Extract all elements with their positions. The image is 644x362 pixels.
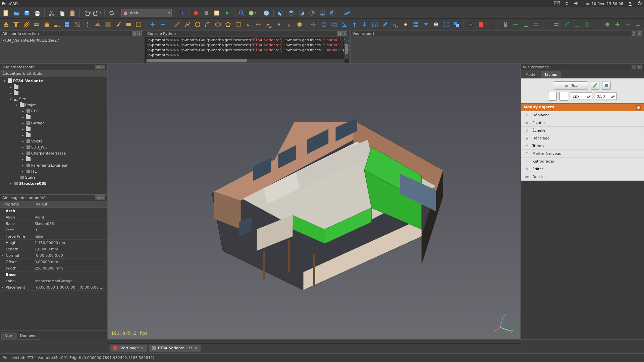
expand-icon[interactable]: ▾	[2, 79, 7, 83]
draft-bspline-button[interactable]	[264, 20, 273, 29]
modify-rétrograder[interactable]: ↓Rétrograder	[521, 158, 644, 165]
draft-circle-button[interactable]	[193, 20, 202, 29]
draft-offset-button[interactable]	[330, 20, 339, 29]
property-row[interactable]: Arch	[0, 208, 107, 214]
panel-close-button[interactable]: ×	[637, 31, 642, 36]
workingplane-top-button[interactable]: Top	[554, 81, 588, 89]
tree-item[interactable]: ▸ITE	[0, 168, 107, 174]
tree-view[interactable]: ▾PT34_Variante▸▸▾Site▾Projet▸RDC▸▸Garage…	[0, 77, 107, 194]
collapse-icon[interactable]: ▣	[636, 105, 641, 110]
panel-float-button[interactable]: □	[337, 31, 342, 36]
property-value[interactable]: 1,00000 mm	[34, 247, 107, 251]
modify-déplacer[interactable]: ↔Déplacer	[521, 111, 644, 119]
tree-item[interactable]: ▸RDC	[0, 108, 107, 114]
properties-view[interactable]: ArchAlignRightBaseSketch083Face0Force Wi…	[0, 208, 107, 331]
tree-item[interactable]: ▸	[0, 132, 107, 138]
tree-item[interactable]: ▸Volets	[0, 138, 107, 144]
arch-axis-button[interactable]	[83, 20, 92, 29]
draft-addpoint-button[interactable]	[401, 20, 410, 29]
snap-dimensions-button[interactable]	[623, 20, 632, 29]
color-line-button[interactable]	[591, 81, 599, 90]
whatsthis-button[interactable]: ?	[177, 8, 186, 18]
view-iso-button[interactable]	[262, 8, 271, 18]
draft-shapestring-button[interactable]: S	[285, 20, 294, 29]
arch-panel-button[interactable]	[124, 20, 133, 29]
modify-objects-header[interactable]: Modify objects ▣	[521, 103, 644, 111]
arch-section-button[interactable]	[73, 20, 82, 29]
arch-space-button[interactable]	[103, 20, 112, 29]
property-value[interactable]: 1 150,00000 mm	[34, 241, 107, 245]
draft-ellipse-button[interactable]	[213, 20, 222, 29]
workbench-selector[interactable]: Arch	[121, 9, 172, 17]
property-value[interactable]: rehausseMobGarage	[34, 279, 107, 283]
expand-icon[interactable]: ▸	[20, 121, 25, 125]
panel-close-button[interactable]: ×	[100, 195, 105, 200]
tab-tasks[interactable]: Tâches	[541, 71, 561, 78]
modify-éditer[interactable]: ✎Éditer	[521, 165, 644, 173]
tree-item[interactable]: ▸	[0, 156, 107, 162]
panel-float-button[interactable]: □	[95, 195, 100, 200]
draft-point-button[interactable]	[275, 20, 284, 29]
tree-item[interactable]: ▸Garage	[0, 120, 107, 126]
tree-item[interactable]: ▸SDB_WC	[0, 144, 107, 150]
draft-wiretobspline-button[interactable]	[391, 20, 400, 29]
redo-button[interactable]: ▾	[93, 8, 102, 18]
clock-text[interactable]: lun. 10 févr. 13:30:06	[583, 2, 623, 6]
property-value[interactable]: 0	[34, 228, 107, 232]
expand-icon[interactable]: ▸	[20, 152, 25, 155]
panel-float-button[interactable]: □	[632, 65, 636, 69]
expand-icon[interactable]: ▸	[20, 133, 25, 137]
tab-view[interactable]: Vue	[1, 332, 16, 340]
user-icon[interactable]	[628, 1, 633, 7]
expand-icon[interactable]: ▾	[14, 103, 19, 107]
property-row[interactable]: AlignRight	[0, 214, 107, 221]
property-row[interactable]: ▸Normal[0,00 0,00 0,00]	[0, 252, 107, 259]
macro-list-button[interactable]	[212, 8, 221, 18]
measure-button[interactable]	[342, 8, 352, 18]
view-bottom-button[interactable]	[318, 8, 327, 18]
draft-upgrade-button[interactable]	[350, 20, 359, 29]
panel-close-button[interactable]: ×	[342, 31, 347, 36]
tree-item[interactable]: ▸	[0, 84, 107, 90]
draft-edit-button[interactable]	[381, 20, 390, 29]
draft-rectangle-button[interactable]	[234, 20, 243, 29]
arch-stairs-button[interactable]	[113, 20, 122, 29]
tree-item[interactable]: Stairs	[0, 174, 107, 180]
cut-button[interactable]	[47, 8, 56, 18]
snap-workingplane-button[interactable]	[633, 20, 642, 29]
snap-near-button[interactable]	[603, 20, 612, 29]
arch-rebar-button[interactable]	[22, 20, 31, 29]
snap-lock-button[interactable]	[501, 20, 510, 29]
draft-arc-button[interactable]	[203, 20, 212, 29]
tree-item[interactable]: ▸ParementsExterieur	[0, 162, 107, 168]
print-button[interactable]	[33, 8, 42, 18]
swatch-line[interactable]	[559, 92, 568, 101]
paste-button[interactable]	[68, 8, 77, 18]
draft-array-button[interactable]	[442, 20, 451, 29]
arch-building-button[interactable]	[42, 20, 51, 29]
expand-icon[interactable]: ▸	[20, 170, 25, 173]
expand-icon[interactable]: ▸	[0, 286, 5, 289]
fontsize-spinner[interactable]: 0,50▴▾	[595, 93, 616, 100]
tree-item[interactable]: ▾Site	[0, 96, 107, 102]
expand-icon[interactable]: ▸	[20, 158, 25, 161]
expand-icon[interactable]: ▸	[0, 254, 5, 257]
tab-start-page[interactable]: Start page×	[110, 345, 147, 352]
draft-draft2sketch-button[interactable]	[432, 20, 441, 29]
property-row[interactable]: Height1 150,00000 mm	[0, 240, 107, 246]
draw-style-button[interactable]: ▾	[247, 8, 257, 18]
snap-extension-button[interactable]	[593, 20, 602, 29]
close-tab-icon[interactable]: ×	[141, 346, 144, 350]
draft-dimension-button[interactable]	[254, 20, 263, 29]
volume-icon[interactable]	[574, 1, 579, 7]
panel-close-button[interactable]: ×	[637, 65, 642, 69]
arch-remove-button[interactable]	[158, 20, 167, 29]
tree-item[interactable]: ▸	[0, 114, 107, 120]
modify-décalage[interactable]: ⎘Décalage	[521, 134, 644, 142]
panel-float-button[interactable]: □	[632, 31, 636, 36]
expand-icon[interactable]: ▸	[20, 127, 25, 131]
python-console[interactable]: "p-prompt">>>> "p-mod">Gui."p-mod">getDo…	[145, 37, 350, 64]
power-icon[interactable]	[637, 1, 642, 7]
arch-floor-button[interactable]	[32, 20, 41, 29]
tree-item[interactable]: ▸Structure085	[0, 180, 107, 186]
